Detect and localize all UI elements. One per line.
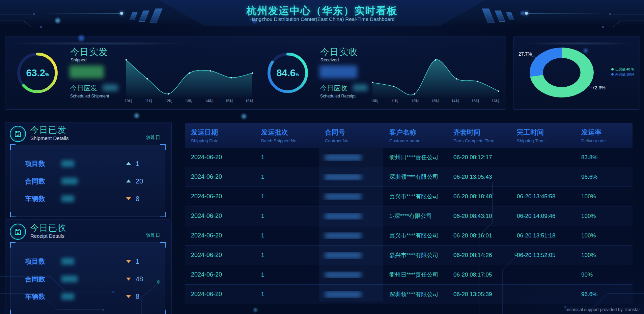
cell-contract [319,232,383,239]
detail-delta-value: 48 [136,275,143,283]
shipped-gauge: 63.2% [16,51,59,95]
received-subtitle: Received [320,57,339,62]
column-header-en: Shipping Date [191,138,255,143]
cell-rate: 96.6% [575,174,633,180]
cell-customer: 嘉兴市****有限公司 [383,251,447,259]
shipment-box-icon [10,126,26,142]
received-percent: 84.6 [276,67,295,79]
column-header-en: Delivery rate [581,138,633,143]
detail-value-blurred [61,195,74,202]
column-header: 齐套时间Parts Complete Time [447,123,511,148]
contract-no-blurred [325,193,361,200]
legend-item-已完成[interactable]: 已完成 4876 [611,67,634,72]
detail-value-blurred [61,258,74,265]
column-header-en: Contract No. [325,138,383,143]
cell-batch: 1 [255,272,319,278]
up-arrow-icon [126,162,131,165]
completion-donut-chart [530,48,594,97]
column-header: 完工时间Shipping Time [511,123,575,148]
contract-no-blurred [325,232,361,239]
detail-label: 合同数 [25,275,45,284]
donut-legend: 已完成 4876未完成 1864 [611,67,634,77]
table-row: 2024-06-201嘉兴市****有限公司06-20 08:16:0106-2… [185,226,633,246]
page-title: 杭州发运中心（华东）实时看板 [0,4,644,18]
glow-dot [252,307,258,313]
table-row: 2024-06-201衢州日****责任公司06-20 08:17:0590% [185,265,633,285]
detail-value-blurred [61,178,78,184]
cell-batch: 1 [255,193,319,200]
column-header-en: Shipping Time [517,138,575,143]
page-subtitle: Hangzhou Distribution Center(East China)… [0,16,644,22]
x-axis-tick: 11时 [143,98,155,104]
cell-parts-time: 06-20 08:43:10 [447,213,511,220]
cell-date: 2024-06-20 [185,212,255,220]
x-axis-tick: 16时 [244,98,255,104]
table-row: 2024-06-201深圳领****有限公司06-20 13:05:3996.6… [185,285,633,304]
detail-label: 合同数 [25,177,45,186]
scheduled-receipt-value-blurred [353,84,368,91]
table-row: 2024-06-201嘉兴市****有限公司06-20 08:14:2606-2… [185,246,633,265]
column-header-zh: 完工时间 [517,128,575,137]
column-header-zh: 发运批次 [261,128,319,137]
table-row: 2024-06-201深圳领****有限公司06-20 13:05:4396.6… [185,167,633,187]
cell-ship-time: 06-20 13:45:58 [511,193,575,200]
column-header: 发运批次Batch Shipped No. [255,123,319,148]
shipment-details-title: 今日已发 [30,124,66,136]
cell-parts-time: 06-20 13:05:39 [447,291,511,298]
cell-batch: 1 [255,213,319,220]
x-axis-tick: 14时 [203,98,215,104]
scheduled-shipment-label: 今日应发 [70,84,97,93]
x-axis-tick: 15时 [470,98,481,104]
detail-label: 项目数 [25,257,45,266]
cell-customer: 1-深****有限公司 [383,212,447,220]
detail-label: 车辆数 [25,194,45,203]
detail-row-合同数: 合同数20 [11,175,165,187]
column-header-zh: 合同号 [325,128,383,137]
shipment-details-panel: 今日已发 Shipment Details 较昨日 项目数1合同数20车辆数8 [5,122,172,220]
detail-row-项目数: 项目数1 [11,256,165,267]
column-header-en: Batch Shipped No. [261,138,319,143]
received-percent-unit: % [296,72,299,77]
footer-credit: Technical support provided by Transfar [565,307,640,312]
cell-date: 2024-06-20 [185,271,255,278]
scheduled-shipment-sublabel: Scheduled Shipment [70,94,109,98]
detail-delta-value: 20 [136,177,143,185]
column-header-zh: 发运日期 [191,128,255,137]
table-row: 2024-06-201嘉兴市****有限公司06-20 08:18:4806-2… [185,187,633,206]
donut-green-slice-label: 72.3% [592,85,606,90]
legend-label: 未完成 1864 [615,72,634,77]
cell-date: 2024-06-20 [185,193,255,200]
scheduled-receipt-sublabel: Scheduled Receipt [320,94,356,98]
detail-value-blurred [61,276,78,282]
column-header: 发运率Delivery rate [575,123,633,148]
legend-dot [611,73,614,76]
column-header: 客户名称Customer name [383,123,447,148]
received-value-blurred [319,65,357,78]
cell-parts-time: 06-20 08:16:01 [447,232,511,239]
contract-no-blurred [325,252,361,259]
cell-parts-time: 06-20 08:14:26 [447,252,511,259]
down-arrow-icon [126,197,131,200]
table-header-row: 发运日期Shipping Date发运批次Batch Shipped No.合同… [185,123,633,148]
column-header-zh: 客户名称 [389,128,447,137]
contract-no-blurred [325,213,361,220]
receipt-box-icon [10,224,26,240]
shipped-subtitle: Shipped [71,57,87,62]
shipment-compare-label: 较昨日 [146,135,160,141]
overview-panel: 63.2% 今日实发 Shipped 今日应发 Scheduled Shipme… [5,36,506,110]
x-axis-tick: 15时 [223,98,235,104]
cell-date: 2024-06-20 [185,252,255,259]
cell-customer: 衢州日****责任公司 [383,153,447,161]
cell-rate: 83.8% [575,154,633,161]
contract-no-blurred [325,272,361,278]
column-header: 发运日期Shipping Date [185,123,255,148]
cell-contract [319,252,383,259]
scheduled-receipt-label: 今日应收 [320,84,347,93]
legend-item-未完成[interactable]: 未完成 1864 [611,72,634,77]
column-header-en: Parts Complete Time [453,138,511,143]
detail-delta-value: 1 [136,258,139,265]
table-row: 2024-06-2011-深****有限公司06-20 08:43:1006-2… [185,206,633,226]
down-arrow-icon [126,295,131,298]
cell-ship-time: 06-20 13:51:18 [511,232,575,239]
down-arrow-icon [126,260,131,263]
